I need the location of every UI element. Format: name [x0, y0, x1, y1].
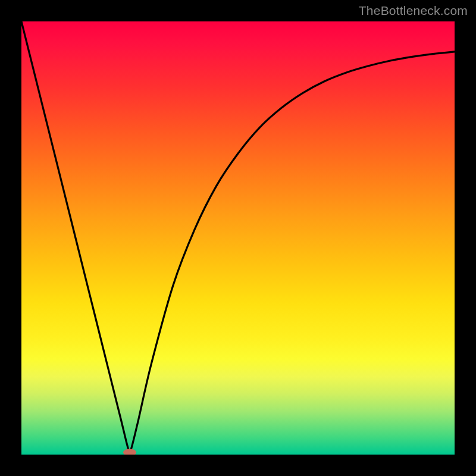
- chart-frame: TheBottleneck.com: [0, 0, 476, 476]
- curve-layer: [21, 21, 455, 455]
- watermark-text: TheBottleneck.com: [359, 4, 468, 18]
- optimum-marker: [123, 449, 136, 455]
- bottleneck-curve: [21, 21, 455, 453]
- plot-area: [21, 21, 455, 455]
